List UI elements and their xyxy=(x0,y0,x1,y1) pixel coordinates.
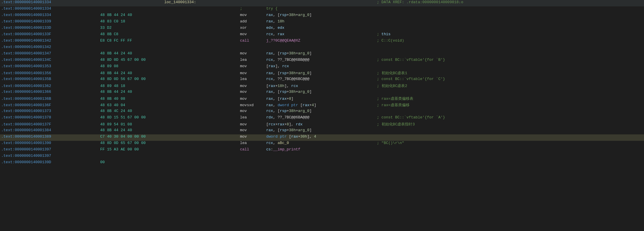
address: .text:000000014000133D xyxy=(1,26,100,30)
mnemonic: mov xyxy=(240,90,266,94)
table-row: .text:000000014000135648 8B 44 24 40movr… xyxy=(0,70,644,77)
comment: ; rax=虚基类偏移表 xyxy=(377,96,413,101)
operands: rax, 18h xyxy=(266,19,377,24)
operands: rax, [rax+8] xyxy=(266,97,377,101)
table-row: .text:000000014000137F48 89 54 01 08mov[… xyxy=(0,122,644,128)
bytes: C7 40 30 04 00 00 00 xyxy=(100,134,164,139)
operands: [rcx+rax+8], rdx xyxy=(266,122,377,127)
comment: ; C::C(void) xyxy=(377,38,404,43)
mnemonic: lea xyxy=(240,58,266,62)
operands: rcx, ??_7BC@@6BC@@@ xyxy=(266,77,377,81)
mnemonic: mov xyxy=(240,13,266,17)
operands: rax, [rsp+38h+arg_0] xyxy=(266,51,377,56)
table-row: .text:0000000140001342 xyxy=(0,45,644,51)
code-view: .text:0000000140001334loc_140001334:; DA… xyxy=(0,0,644,166)
bytes: 48 8B 4C 24 40 xyxy=(100,109,164,113)
mnemonic: ; xyxy=(240,6,266,11)
mnemonic: call xyxy=(240,38,266,43)
mnemonic: movsxd xyxy=(240,103,266,107)
operands: rcx, ??_7BC@@6BB@@@ xyxy=(266,58,377,62)
address: .text:0000000140001334 xyxy=(1,13,100,17)
address: .text:000000014000133F xyxy=(1,32,100,36)
mnemonic: mov xyxy=(240,64,266,68)
table-row: .text:0000000140001334;try { xyxy=(0,6,644,13)
bytes: 48 8B 44 24 40 xyxy=(100,71,164,75)
address: .text:0000000140001397 xyxy=(1,154,100,158)
mnemonic: mov xyxy=(240,122,266,127)
address: .text:0000000140001334 xyxy=(1,6,100,11)
bytes: 48 8B 40 08 xyxy=(100,97,164,101)
operands: rcx, [rsp+38h+arg_0] xyxy=(266,109,377,113)
comment: ; const BC::`vftable'{for `C'} xyxy=(377,77,445,81)
bytes: 48 8B 44 24 40 xyxy=(100,13,164,17)
comment: ; rax=虚基类偏移 xyxy=(377,102,410,108)
address: .text:0000000140001384 xyxy=(1,128,100,132)
address: .text:0000000140001342 xyxy=(1,45,100,49)
table-row: .text:000000014000133D33 D2xoredx, edx xyxy=(0,26,644,32)
address: .text:0000000140001334 xyxy=(1,0,100,4)
table-row: .text:000000014000137348 8B 4C 24 40movr… xyxy=(0,109,644,115)
operands: rax, dword ptr [rax+4] xyxy=(266,103,377,107)
mnemonic: mov xyxy=(240,109,266,113)
mnemonic: mov xyxy=(240,32,266,36)
address: .text:0000000140001390 xyxy=(1,141,100,145)
table-row: .text:0000000140001334loc_140001334:; DA… xyxy=(0,0,644,6)
mnemonic: mov xyxy=(240,128,266,132)
mnemonic: mov xyxy=(240,97,266,101)
table-row: .text:0000000140001389C7 40 30 04 00 00 … xyxy=(0,134,644,141)
bytes: 48 8D 15 51 67 00 00 xyxy=(100,115,164,120)
address: .text:0000000140001362 xyxy=(1,84,100,88)
bytes: 48 83 C0 18 xyxy=(100,19,164,24)
mnemonic: mov xyxy=(240,51,266,56)
table-row: .text:000000014000133448 8B 44 24 40movr… xyxy=(0,13,644,19)
comment: ; const BC::`vftable'{for `B'} xyxy=(377,58,445,62)
mnemonic: mov xyxy=(240,71,266,75)
address: .text:0000000140001378 xyxy=(1,115,100,120)
bytes: 48 8B 44 24 40 xyxy=(100,128,164,132)
bytes: 48 8B 44 24 40 xyxy=(100,90,164,94)
table-row: .text:000000014000134748 8B 44 24 40movr… xyxy=(0,51,644,58)
operands: rcx, rax xyxy=(266,32,377,36)
table-row: .text:000000014000136248 89 48 18mov[rax… xyxy=(0,83,644,90)
address: .text:000000014000134C xyxy=(1,58,100,62)
bytes: 48 89 48 18 xyxy=(100,84,164,88)
comment: ; 初始化BC虚表2 xyxy=(377,83,407,88)
address: .text:0000000140001389 xyxy=(1,134,100,139)
address: .text:0000000140001342 xyxy=(1,38,100,43)
operands: rax, [rsp+38h+arg_0] xyxy=(266,90,377,94)
mnemonic: mov xyxy=(240,134,266,139)
table-row: .text:000000014000136B48 8B 40 08movrax,… xyxy=(0,96,644,102)
mnemonic: call xyxy=(240,147,266,152)
comment: ; 初始化BC虚表1 xyxy=(377,70,407,76)
label: loc_140001334: xyxy=(164,0,240,4)
address: .text:0000000140001366 xyxy=(1,90,100,94)
operands: rax, [rsp+38h+arg_0] xyxy=(266,128,377,132)
operands: j_??0C@@QEAA@XZ xyxy=(266,38,377,43)
table-row: .text:0000000140001397 xyxy=(0,154,644,160)
table-row: .text:000000014000135B48 8D 0D 56 67 00 … xyxy=(0,77,644,83)
address: .text:000000014000136B xyxy=(1,97,100,101)
bytes: FF 15 A3 AE 00 00 xyxy=(100,147,164,152)
address: .text:0000000140001347 xyxy=(1,51,100,56)
table-row: .text:000000014000137848 8D 15 51 67 00 … xyxy=(0,115,644,122)
operands: try { xyxy=(266,6,377,11)
table-row: .text:000000014000139048 8D 0D 65 67 00 … xyxy=(0,141,644,147)
bytes: 48 8B C8 xyxy=(100,32,164,36)
comment: ; DATA XREF: .rdata:0000000140009818↓o xyxy=(377,0,463,4)
mnemonic: xor xyxy=(240,26,266,30)
mnemonic: lea xyxy=(240,115,266,120)
address: .text:0000000140001356 xyxy=(1,71,100,75)
address: .text:000000014000137F xyxy=(1,122,100,127)
bytes: 00 xyxy=(100,160,164,164)
operands: dword ptr [rax+30h], 4 xyxy=(266,134,377,139)
mnemonic: lea xyxy=(240,141,266,145)
comment: ; "BC()\r\n" xyxy=(377,141,404,145)
comment: ; this xyxy=(377,32,391,36)
operands: [rax+18h], rcx xyxy=(266,84,377,88)
table-row: .text:0000000140001397FF 15 A3 AE 00 00c… xyxy=(0,147,644,154)
bytes: 48 8D 0D 56 67 00 00 xyxy=(100,77,164,81)
operands: edx, edx xyxy=(266,26,377,30)
bytes: 48 89 08 xyxy=(100,64,164,68)
operands: rax, [rsp+38h+arg_0] xyxy=(266,13,377,17)
bytes: 48 8B 44 24 40 xyxy=(100,51,164,56)
